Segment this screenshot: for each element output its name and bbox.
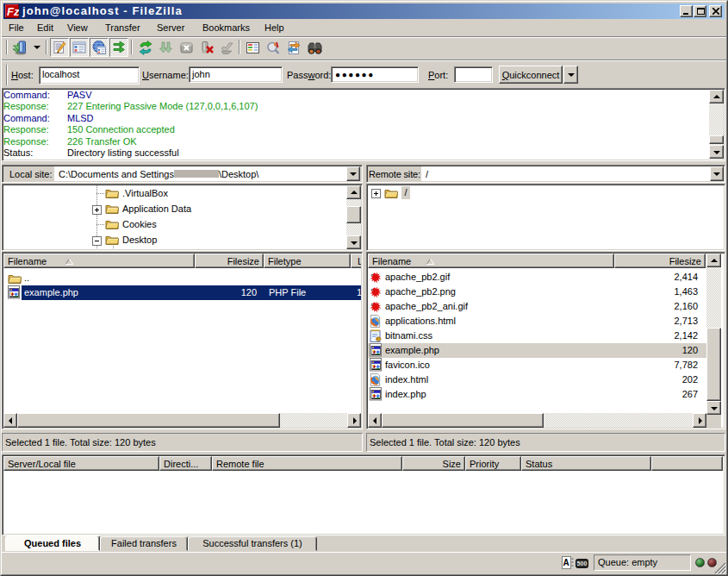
svg-text:Fz: Fz [7, 5, 19, 18]
svg-text:A: A [563, 558, 569, 567]
svg-text:500: 500 [577, 560, 588, 567]
